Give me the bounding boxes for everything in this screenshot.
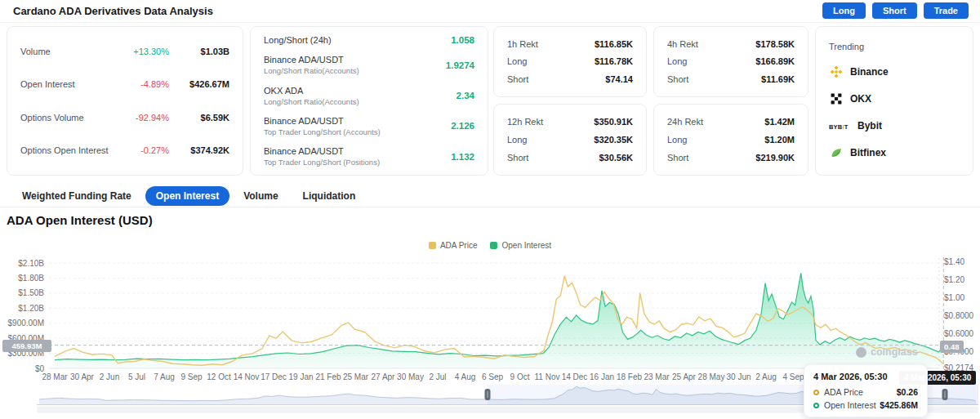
ada-price-marker-icon xyxy=(813,390,819,395)
svg-text:2 Jul: 2 Jul xyxy=(429,372,446,381)
svg-text:5 Jul: 5 Jul xyxy=(128,372,145,381)
tooltip-value: $425.86M xyxy=(880,400,918,410)
tooltip-label: Open Interest xyxy=(824,400,876,410)
legend-swatch-green xyxy=(490,242,497,249)
svg-text:6 Sep: 6 Sep xyxy=(482,372,504,381)
svg-text:19 Jan: 19 Jan xyxy=(288,372,313,381)
svg-text:27 Apr: 27 Apr xyxy=(372,372,396,381)
open-interest-marker-icon xyxy=(813,403,819,408)
crosshair-left-axis-badge: 459.93M xyxy=(2,340,51,352)
main-chart-canvas[interactable]: $2.10B$1.80B$1.50B$1.20B$900.00M$600.00M… xyxy=(0,0,980,419)
svg-text:28 Mar: 28 Mar xyxy=(42,372,68,381)
svg-text:12 Oct: 12 Oct xyxy=(207,372,231,381)
svg-text:$2.10B: $2.10B xyxy=(18,259,44,268)
svg-text:4 Sep: 4 Sep xyxy=(782,372,804,381)
svg-text:23 Mar: 23 Mar xyxy=(644,372,670,381)
svg-text:2 Jun: 2 Jun xyxy=(100,372,119,381)
svg-text:30 Jun: 30 Jun xyxy=(726,372,751,381)
svg-text:$1.20: $1.20 xyxy=(944,275,964,284)
svg-text:$1.00: $1.00 xyxy=(944,293,964,302)
svg-text:4 Aug: 4 Aug xyxy=(455,372,476,381)
svg-text:14 Dec: 14 Dec xyxy=(562,372,588,381)
svg-text:2 Aug: 2 Aug xyxy=(755,372,777,381)
svg-text:$1.20B: $1.20B xyxy=(18,304,44,313)
svg-text:17 Dec: 17 Dec xyxy=(261,372,287,381)
crosshair-right-axis-badge: 0.48 xyxy=(940,341,964,353)
svg-text:18 Feb: 18 Feb xyxy=(617,372,643,381)
svg-text:16 Jan: 16 Jan xyxy=(590,372,614,381)
tooltip-row-ada-price: ADA Price $0.26 xyxy=(813,387,918,397)
navigator-handle xyxy=(485,389,491,400)
watermark-text: coinglass xyxy=(871,346,918,358)
svg-text:14 Nov: 14 Nov xyxy=(234,372,260,381)
svg-text:$1.80B: $1.80B xyxy=(18,274,44,283)
svg-text:$900.00M: $900.00M xyxy=(8,319,44,328)
legend-label: Open Interest xyxy=(501,241,551,250)
tooltip-date: 4 Mar 2026, 05:30 xyxy=(813,372,918,381)
svg-text:$1.50B: $1.50B xyxy=(18,288,44,297)
svg-text:25 Apr: 25 Apr xyxy=(672,372,697,381)
svg-text:25 Mar: 25 Mar xyxy=(343,372,369,381)
svg-text:7 Aug: 7 Aug xyxy=(154,372,175,381)
tooltip-label: ADA Price xyxy=(824,387,863,397)
coinglass-logo-icon xyxy=(856,347,866,358)
svg-text:30 May: 30 May xyxy=(397,372,424,381)
legend-item-open-interest[interactable]: Open Interest xyxy=(490,241,551,250)
svg-text:21 Feb: 21 Feb xyxy=(315,372,341,381)
svg-text:$0.6000: $0.6000 xyxy=(944,329,974,338)
svg-text:9 Oct: 9 Oct xyxy=(510,372,530,381)
svg-text:30 Apr: 30 Apr xyxy=(70,372,95,381)
tooltip-row-open-interest: Open Interest $425.86M xyxy=(813,400,918,410)
svg-text:11 Nov: 11 Nov xyxy=(535,372,560,381)
chart-legend: ADA Price Open Interest xyxy=(0,241,980,250)
tooltip-value: $0.26 xyxy=(897,387,918,397)
svg-text:28 May: 28 May xyxy=(698,372,725,381)
derivatives-dashboard: Cardano ADA Derivatives Data Analysis Lo… xyxy=(0,0,980,419)
navigator-handle xyxy=(942,389,948,400)
coinglass-watermark: coinglass xyxy=(856,346,918,358)
svg-text:$1.40: $1.40 xyxy=(944,257,964,266)
legend-swatch-yellow xyxy=(429,242,436,249)
svg-text:$0: $0 xyxy=(35,364,45,373)
svg-text:$0.8000: $0.8000 xyxy=(944,311,974,320)
legend-item-ada-price[interactable]: ADA Price xyxy=(429,241,478,250)
svg-text:9 Sep: 9 Sep xyxy=(180,372,203,381)
chart-tooltip: 4 Mar 2026, 05:30 ADA Price $0.26 Open I… xyxy=(804,364,928,417)
legend-label: ADA Price xyxy=(440,241,478,250)
